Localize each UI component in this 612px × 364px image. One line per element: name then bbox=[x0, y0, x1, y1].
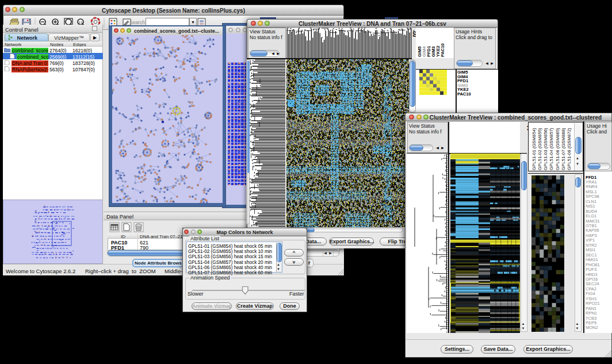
svg-text:GPL51-06 (GSM865): GPL51-06 (GSM865) bbox=[555, 128, 560, 170]
svg-text:GPL51-03 (GSM856): GPL51-03 (GSM856) bbox=[543, 128, 548, 170]
svg-text:GPL51-04 (GSM857): GPL51-04 (GSM857) bbox=[549, 128, 554, 170]
svg-text:GPL51-07 (GSM868): GPL51-07 (GSM868) bbox=[561, 128, 566, 170]
svg-text:GPL51-08 (GSM872): GPL51-08 (GSM872) bbox=[567, 128, 572, 170]
svg-text:GPL51-01 (GSM854): GPL51-01 (GSM854) bbox=[531, 128, 537, 170]
svg-text:1:1: 1:1 bbox=[79, 21, 83, 24]
svg-text:GPL51-02 (GSM855): GPL51-02 (GSM855) bbox=[537, 128, 542, 170]
svg-text:PAC10: PAC10 bbox=[440, 43, 445, 57]
